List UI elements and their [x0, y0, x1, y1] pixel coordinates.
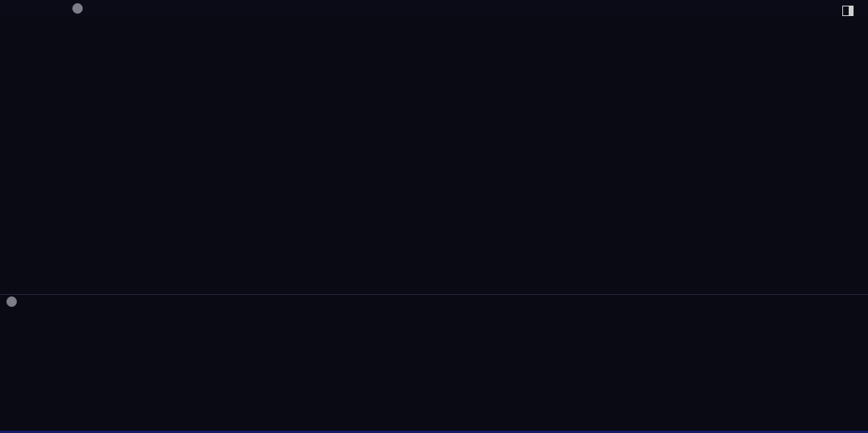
- main-pane-header: [0, 0, 868, 17]
- sub-chart-pane[interactable]: [0, 0, 868, 433]
- pane-divider[interactable]: [0, 294, 868, 295]
- sub-pane-header: [0, 296, 868, 309]
- chevron-down-icon[interactable]: [6, 296, 17, 307]
- stock-chart-window: [0, 0, 868, 433]
- split-window-icon[interactable]: [842, 6, 854, 16]
- chevron-down-icon[interactable]: [72, 3, 83, 14]
